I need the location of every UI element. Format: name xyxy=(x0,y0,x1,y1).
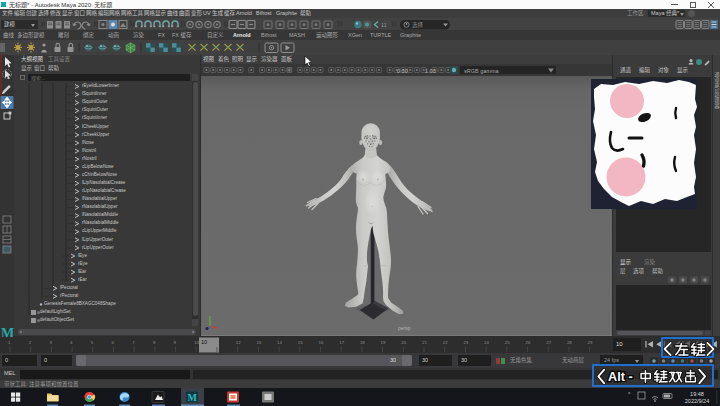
svg-text:persp: persp xyxy=(398,325,411,331)
svg-text:选择: 选择 xyxy=(412,21,424,29)
svg-text:M: M xyxy=(188,392,198,403)
svg-text:11: 11 xyxy=(381,22,387,28)
svg-text:0.00: 0.00 xyxy=(397,68,408,74)
svg-text:sRGB gamma: sRGB gamma xyxy=(464,68,499,74)
svg-text:1.00: 1.00 xyxy=(425,68,436,74)
svg-text:2022/9/24: 2022/9/24 xyxy=(685,398,709,404)
svg-text:19:48: 19:48 xyxy=(690,391,704,397)
svg-text:^: ^ xyxy=(628,391,631,397)
svg-text:Alt -: Alt - xyxy=(608,370,633,384)
